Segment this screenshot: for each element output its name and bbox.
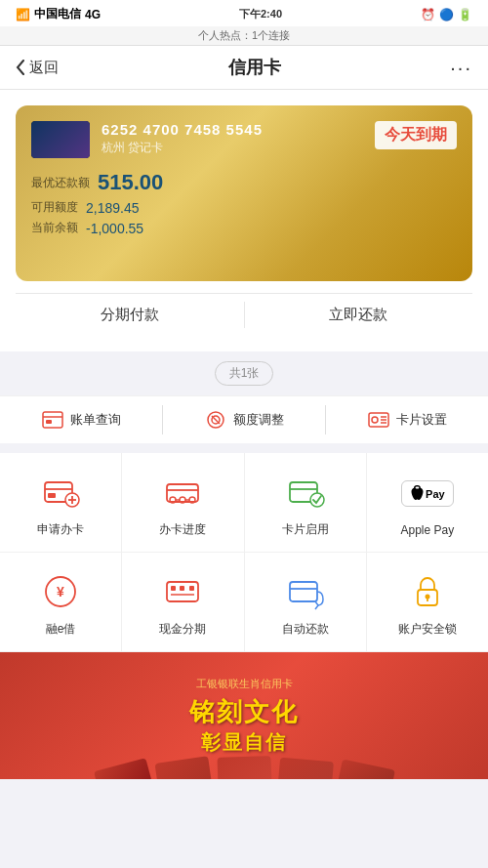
battery-icon: 🔋 [458, 8, 472, 21]
card-section: 6252 4700 7458 5545 杭州 贷记卡 今天到期 最优还款额 51… [0, 90, 488, 351]
balance-value: -1,000.55 [86, 221, 143, 236]
banner-sub: 工银银联生肖信用卡 [189, 677, 299, 691]
card-thumbnail [31, 121, 90, 158]
available-label: 可用额度 [31, 199, 78, 216]
card-activate-label: 卡片启用 [282, 521, 329, 538]
due-label: 今天到期 [375, 121, 457, 149]
mini-card-2 [154, 756, 212, 779]
svg-rect-30 [171, 586, 176, 591]
installment-label: 现金分期 [159, 621, 206, 638]
limit-label: 额度调整 [233, 411, 284, 429]
balance-label: 当前余额 [31, 220, 78, 236]
settings-icon [367, 410, 390, 430]
apply-card-icon [39, 471, 82, 514]
grid-item-card-activate[interactable]: 卡片启用 [245, 453, 367, 552]
status-time: 下午2:40 [239, 7, 282, 21]
installment-button[interactable]: 分期付款 [16, 294, 244, 336]
svg-rect-32 [189, 586, 194, 591]
banner-title-1: 铭刻文化 [189, 695, 299, 729]
bluetooth-icon: 🔵 [439, 8, 454, 21]
quick-action-limit[interactable]: 额度调整 [163, 396, 325, 443]
card-count-badge: 共1张 [215, 361, 274, 386]
more-button[interactable]: ··· [450, 57, 472, 79]
svg-rect-2 [46, 420, 52, 424]
min-pay-row: 最优还款额 515.00 [31, 170, 457, 195]
svg-point-7 [372, 417, 378, 423]
balance-row: 当前余额 -1,000.55 [31, 220, 457, 236]
mini-card-1 [93, 758, 153, 779]
alarm-icon: ⏰ [421, 8, 435, 21]
grid-item-installment[interactable]: 现金分期 [122, 553, 244, 651]
nav-bar: 返回 信用卡 ··· [0, 46, 488, 90]
card-actions: 分期付款 立即还款 [16, 293, 472, 336]
auto-repay-label: 自动还款 [282, 621, 329, 638]
credit-card: 6252 4700 7458 5545 杭州 贷记卡 今天到期 最优还款额 51… [16, 105, 472, 281]
apple-pay-box: Pay [401, 480, 454, 507]
status-bar: 📶 中国电信 4G 下午2:40 ⏰ 🔵 🔋 [0, 0, 488, 26]
rong-e-loan-icon: ¥ [39, 570, 82, 613]
bill-label: 账单查询 [70, 411, 121, 429]
grid-item-account-lock[interactable]: 账户安全锁 [367, 553, 488, 651]
apple-pay-icon: Pay [406, 473, 449, 516]
svg-point-37 [425, 595, 429, 599]
account-lock-label: 账户安全锁 [398, 621, 457, 638]
status-icons: ⏰ 🔵 🔋 [421, 8, 472, 21]
limit-icon [204, 410, 227, 430]
apple-pay-label: Apple Pay [401, 523, 455, 537]
svg-rect-31 [180, 586, 184, 591]
auto-repay-icon [284, 570, 327, 613]
banner-cards [0, 755, 488, 779]
svg-rect-0 [43, 412, 62, 428]
card-details: 最优还款额 515.00 可用额度 2,189.45 当前余额 -1,000.5… [31, 170, 457, 236]
quick-action-settings[interactable]: 卡片设置 [326, 396, 488, 443]
mini-card-3 [217, 756, 271, 779]
grid-item-apple-pay[interactable]: Pay Apple Pay [367, 453, 488, 552]
card-count: 共1张 [0, 351, 488, 395]
installment-icon [161, 570, 204, 613]
signal-icon: 📶 [16, 8, 30, 21]
rong-e-loan-label: 融e借 [46, 621, 76, 638]
bill-icon [41, 410, 64, 430]
svg-rect-13 [48, 493, 56, 498]
available-row: 可用额度 2,189.45 [31, 199, 457, 216]
repay-button[interactable]: 立即还款 [245, 294, 473, 336]
apply-card-label: 申请办卡 [37, 521, 84, 538]
quick-actions: 账单查询 额度调整 卡片设置 [0, 395, 488, 443]
separator-1 [0, 443, 488, 453]
card-progress-label: 办卡进度 [159, 521, 206, 538]
card-progress-icon [161, 471, 204, 514]
svg-rect-29 [167, 582, 198, 601]
back-chevron-icon [16, 60, 25, 75]
min-pay-value: 515.00 [98, 170, 163, 195]
grid-row-2: ¥ 融e借 现金分期 [0, 553, 488, 652]
quick-action-bill[interactable]: 账单查询 [0, 396, 162, 443]
grid-item-apply-card[interactable]: 申请办卡 [0, 453, 122, 552]
promotional-banner[interactable]: 工银银联生肖信用卡 铭刻文化 彰显自信 [0, 652, 488, 779]
settings-label: 卡片设置 [396, 411, 447, 429]
back-button[interactable]: 返回 [16, 59, 59, 77]
min-pay-label: 最优还款额 [31, 175, 90, 191]
page-title: 信用卡 [228, 56, 281, 79]
grid-row-1: 申请办卡 办卡进度 [0, 453, 488, 553]
grid-item-rong-e-loan[interactable]: ¥ 融e借 [0, 553, 122, 651]
hotspot-bar: 个人热点：1个连接 [0, 26, 488, 46]
grid-menu: 申请办卡 办卡进度 [0, 453, 488, 652]
grid-item-card-progress[interactable]: 办卡进度 [122, 453, 244, 552]
account-lock-icon [406, 570, 449, 613]
svg-rect-17 [167, 484, 198, 502]
svg-text:¥: ¥ [57, 584, 64, 599]
grid-item-auto-repay[interactable]: 自动还款 [245, 553, 367, 651]
status-carrier: 📶 中国电信 4G [16, 6, 101, 22]
mini-card-5 [335, 759, 394, 779]
available-value: 2,189.45 [86, 200, 140, 216]
banner-title-2: 彰显自信 [189, 729, 299, 756]
mini-card-4 [277, 758, 334, 779]
svg-rect-34 [290, 582, 317, 601]
card-activate-icon [284, 471, 327, 514]
